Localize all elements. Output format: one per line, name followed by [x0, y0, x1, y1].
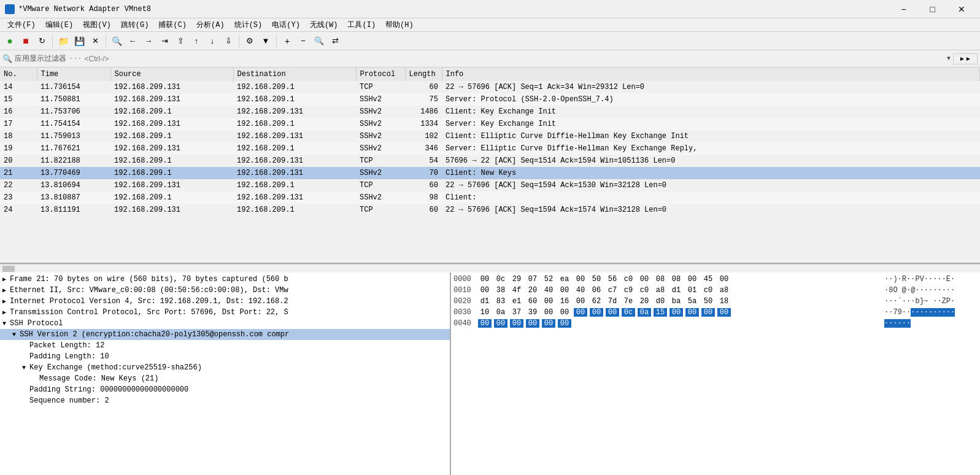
hex-byte[interactable]: 16 — [558, 297, 571, 306]
find-packet-button[interactable]: 🔍 — [109, 34, 124, 48]
go-first-button[interactable]: ⇧ — [173, 34, 188, 48]
detail-item[interactable]: Message Code: New Keys (21) — [0, 373, 450, 384]
table-row[interactable]: 19 11.767621 192.168.209.131 192.168.209… — [0, 142, 980, 155]
hex-byte[interactable]: 40 — [542, 286, 555, 295]
hex-byte[interactable]: 00 — [526, 319, 539, 328]
hex-byte[interactable]: 00 — [542, 319, 555, 328]
hex-byte[interactable]: 08 — [654, 275, 667, 284]
zoom-out-button[interactable]: − — [296, 34, 311, 48]
hex-byte[interactable]: a8 — [717, 286, 731, 295]
table-row[interactable]: 23 13.810887 192.168.209.1 192.168.209.1… — [0, 191, 980, 204]
hex-byte[interactable]: 00 — [574, 297, 587, 306]
table-row[interactable]: 15 11.750881 192.168.209.131 192.168.209… — [0, 93, 980, 106]
menu-file[interactable]: 文件(F) — [2, 18, 41, 31]
filter-dropdown-icon[interactable]: ▼ — [947, 55, 951, 62]
menu-analyze[interactable]: 分析(A) — [191, 18, 230, 31]
menu-edit[interactable]: 编辑(E) — [41, 18, 79, 31]
stop-capture-button[interactable]: ■ — [18, 34, 33, 48]
hex-byte[interactable]: 56 — [606, 275, 619, 284]
hex-byte[interactable]: 00 — [478, 319, 492, 328]
table-row[interactable]: 17 11.754154 192.168.209.131 192.168.209… — [0, 118, 980, 130]
hex-byte[interactable]: 18 — [717, 297, 731, 306]
table-row[interactable]: 21 13.770469 192.168.209.1 192.168.209.1… — [0, 167, 980, 179]
detail-item[interactable]: ▼SSH Protocol — [0, 318, 450, 329]
hex-byte[interactable]: 00 — [574, 308, 587, 317]
table-row[interactable]: 14 11.736154 192.168.209.131 192.168.209… — [0, 81, 980, 93]
hex-byte[interactable]: 00 — [558, 286, 571, 295]
hex-byte[interactable]: 0c — [494, 275, 507, 284]
packet-list-hscroll[interactable] — [0, 264, 980, 272]
save-file-button[interactable]: 💾 — [72, 34, 87, 48]
filter-input[interactable] — [85, 53, 944, 65]
table-row[interactable]: 18 11.759013 192.168.209.1 192.168.209.1… — [0, 130, 980, 142]
close-file-button[interactable]: ✕ — [88, 34, 102, 48]
hex-byte[interactable]: 37 — [510, 308, 523, 317]
filter-apply-button[interactable]: ►► — [953, 53, 978, 64]
hex-byte[interactable]: 52 — [542, 275, 555, 284]
hex-byte[interactable]: 00 — [606, 308, 619, 317]
hex-byte[interactable]: 00 — [542, 308, 555, 317]
menu-capture[interactable]: 捕获(C) — [153, 18, 191, 31]
table-row[interactable]: 16 11.753706 192.168.209.1 192.168.209.1… — [0, 106, 980, 118]
hex-byte[interactable]: 0c — [622, 308, 635, 317]
maximize-button[interactable]: □ — [919, 0, 946, 18]
hex-byte[interactable]: 00 — [590, 308, 603, 317]
hex-byte[interactable]: 45 — [701, 275, 715, 284]
hex-byte[interactable]: 00 — [638, 275, 651, 284]
hex-byte[interactable]: 20 — [526, 286, 539, 295]
hex-byte[interactable]: 38 — [494, 286, 507, 295]
table-row[interactable]: 22 13.810694 192.168.209.131 192.168.209… — [0, 179, 980, 191]
hex-byte[interactable]: c9 — [622, 286, 635, 295]
hex-byte[interactable]: 00 — [478, 275, 492, 284]
hex-byte[interactable]: 00 — [558, 308, 571, 317]
hex-byte[interactable]: 01 — [685, 286, 699, 295]
hex-byte[interactable]: ea — [558, 275, 571, 284]
detail-item[interactable]: ▼SSH Version 2 (encryption:chacha20-poly… — [0, 329, 450, 340]
hex-byte[interactable]: 00 — [558, 319, 571, 328]
hex-byte[interactable]: 0a — [494, 308, 507, 317]
hex-byte[interactable]: 5a — [685, 297, 699, 306]
go-next-button[interactable]: ↓ — [205, 34, 220, 48]
hex-byte[interactable]: 00 — [494, 319, 507, 328]
hex-byte[interactable]: 00 — [478, 286, 492, 295]
table-row[interactable]: 20 11.822188 192.168.209.1 192.168.209.1… — [0, 155, 980, 167]
detail-item[interactable]: Padding String: 00000000000000000000 — [0, 384, 450, 395]
hex-byte[interactable]: 06 — [590, 286, 603, 295]
hex-byte[interactable]: 08 — [669, 275, 683, 284]
detail-item[interactable]: ▼Key Exchange (method:curve25519-sha256) — [0, 362, 450, 373]
hex-byte[interactable]: 15 — [654, 308, 667, 317]
hex-byte[interactable]: 00 — [701, 308, 715, 317]
go-to-packet-button[interactable]: ⇥ — [157, 34, 172, 48]
menu-telephony[interactable]: 电话(Y) — [267, 18, 305, 31]
detail-item[interactable]: Sequence number: 2 — [0, 395, 450, 406]
hex-byte[interactable]: 00 — [685, 308, 699, 317]
hex-byte[interactable]: 00 — [574, 275, 587, 284]
hex-byte[interactable]: 7d — [606, 297, 619, 306]
detail-item[interactable]: Packet Length: 12 — [0, 340, 450, 351]
hex-byte[interactable]: 20 — [638, 297, 651, 306]
hex-byte[interactable]: 4f — [510, 286, 523, 295]
hex-byte[interactable]: 00 — [542, 297, 555, 306]
open-file-button[interactable]: 📁 — [56, 34, 71, 48]
hex-byte[interactable]: c0 — [701, 286, 715, 295]
menu-help[interactable]: 帮助(H) — [380, 18, 419, 31]
detail-item[interactable]: ▶Frame 21: 70 bytes on wire (560 bits), … — [0, 274, 450, 285]
autoscroll-button[interactable]: ▼ — [258, 34, 273, 48]
menu-goto[interactable]: 跳转(G) — [116, 18, 154, 31]
hex-byte[interactable]: e1 — [510, 297, 523, 306]
zoom-in-button[interactable]: + — [280, 34, 295, 48]
minimize-button[interactable]: − — [890, 0, 917, 18]
menu-wireless[interactable]: 无线(W) — [305, 18, 343, 31]
hex-byte[interactable]: c0 — [622, 275, 635, 284]
hex-byte[interactable]: 40 — [574, 286, 587, 295]
resize-columns-button[interactable]: ⇄ — [328, 34, 342, 48]
hex-byte[interactable]: 83 — [494, 297, 507, 306]
detail-item[interactable]: ▶Internet Protocol Version 4, Src: 192.1… — [0, 296, 450, 307]
hex-byte[interactable]: a8 — [654, 286, 667, 295]
colorize-button[interactable]: ⚙ — [242, 34, 257, 48]
hex-pane-wrapper[interactable]: 0000000c290752ea005056c0000808004500··)·… — [453, 274, 978, 474]
hex-byte[interactable]: 0a — [638, 308, 651, 317]
hex-byte[interactable]: 00 — [510, 319, 523, 328]
detail-pane-wrapper[interactable]: ▶Frame 21: 70 bytes on wire (560 bits), … — [0, 272, 450, 475]
hex-byte[interactable]: 00 — [717, 308, 731, 317]
